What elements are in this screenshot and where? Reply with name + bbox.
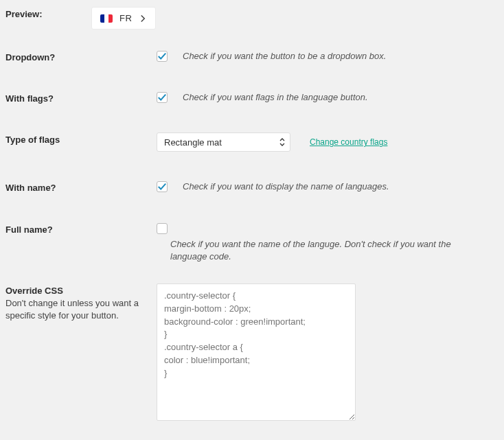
- type-of-flags-label: Type of flags: [5, 135, 157, 145]
- full-name-checkbox[interactable]: [157, 223, 168, 234]
- check-icon: [157, 182, 167, 192]
- with-name-help: Check if you want to display the name of…: [183, 181, 389, 193]
- check-icon: [157, 93, 167, 102]
- type-of-flags-select[interactable]: Rectangle mat: [157, 132, 290, 152]
- override-css-label: Override CSS: [5, 286, 157, 296]
- override-css-textarea[interactable]: [157, 283, 356, 421]
- with-name-label: With name?: [5, 183, 157, 193]
- dropdown-label: Dropdown?: [5, 52, 157, 62]
- full-name-help: Check if you want the name of the langug…: [170, 238, 459, 263]
- change-country-flags-link[interactable]: Change country flags: [310, 137, 387, 147]
- preview-button[interactable]: FR: [91, 7, 156, 30]
- with-name-checkbox[interactable]: [157, 181, 168, 192]
- full-name-label: Full name?: [5, 224, 157, 235]
- dropdown-help: Check if you want the button to be a dro…: [183, 50, 386, 62]
- preview-lang-code: FR: [119, 13, 132, 23]
- check-icon: [157, 51, 167, 61]
- flag-fr-icon: [100, 14, 113, 23]
- dropdown-checkbox[interactable]: [157, 51, 168, 62]
- override-css-sublabel: Don't change it unless you want a specif…: [5, 297, 157, 322]
- with-flags-label: With flags?: [5, 93, 157, 104]
- with-flags-help: Check if you want flags in the language …: [183, 91, 368, 104]
- chevron-right-icon: [139, 14, 147, 23]
- with-flags-checkbox[interactable]: [157, 92, 168, 103]
